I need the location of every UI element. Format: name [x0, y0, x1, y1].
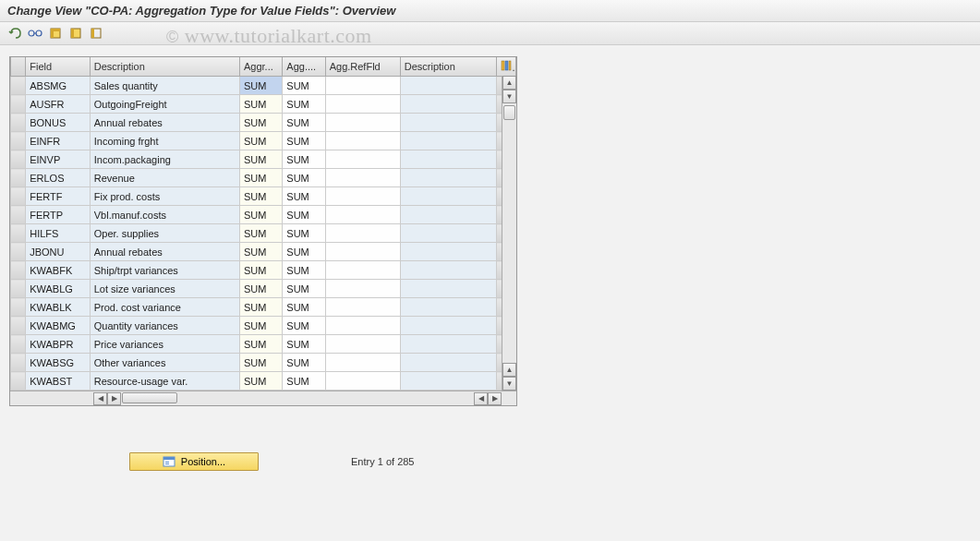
row-selector[interactable]	[11, 298, 26, 317]
cell-aggref[interactable]	[325, 280, 400, 298]
cell-aggr1[interactable]: SUM	[239, 77, 282, 95]
row-selector[interactable]	[11, 317, 26, 335]
cell-aggr2[interactable]: SUM	[283, 169, 325, 187]
table-row[interactable]: KWABPRPrice variancesSUMSUM	[11, 335, 516, 354]
row-selector[interactable]	[11, 372, 26, 391]
select-block-button[interactable]	[67, 25, 85, 42]
cell-aggr1[interactable]: SUM	[239, 243, 282, 261]
table-row[interactable]: KWABSTResource-usage var.SUMSUM	[11, 372, 516, 391]
table-row[interactable]: KWABFKShip/trpt variancesSUMSUM	[11, 261, 516, 280]
cell-aggr2[interactable]: SUM	[283, 132, 325, 150]
table-row[interactable]: KWABLGLot size variancesSUMSUM	[11, 280, 516, 298]
hscroll-right2-button[interactable]: ▶	[488, 392, 502, 405]
table-row[interactable]: KWABMGQuantity variancesSUMSUM	[11, 317, 516, 335]
col-header-aggref[interactable]: Agg.RefFld	[325, 57, 400, 77]
row-selector[interactable]	[11, 95, 26, 114]
table-row[interactable]: FERTFFix prod. costsSUMSUM	[11, 187, 516, 206]
table-row[interactable]: HILFSOper. suppliesSUMSUM	[11, 224, 516, 243]
undo-button[interactable]	[6, 25, 24, 42]
vertical-scrollbar[interactable]: ▲ ▼ ▲ ▼	[502, 76, 516, 391]
cell-aggr2[interactable]: SUM	[283, 261, 325, 280]
cell-aggr2[interactable]: SUM	[283, 77, 325, 95]
table-row[interactable]: KWABLKProd. cost varianceSUMSUM	[11, 298, 516, 317]
col-header-field[interactable]: Field	[26, 57, 91, 77]
cell-aggref[interactable]	[325, 187, 400, 206]
col-header-aggr2[interactable]: Agg....	[283, 57, 325, 77]
row-selector[interactable]	[11, 132, 26, 150]
cell-aggref[interactable]	[325, 206, 400, 224]
table-row[interactable]: ABSMGSales quantitySUMSUM	[11, 77, 516, 95]
cell-aggr1[interactable]: SUM	[239, 298, 282, 317]
table-row[interactable]: KWABSGOther variancesSUMSUM	[11, 354, 516, 372]
cell-aggr1[interactable]: SUM	[239, 187, 282, 206]
row-selector[interactable]	[11, 224, 26, 243]
table-settings-button[interactable]	[497, 57, 516, 77]
cell-aggr1[interactable]: SUM	[239, 132, 282, 150]
row-selector[interactable]	[11, 243, 26, 261]
hscroll-left-button[interactable]: ◀	[93, 392, 107, 405]
cell-aggref[interactable]	[325, 243, 400, 261]
horizontal-scrollbar[interactable]: ◀ ▶ ◀ ▶	[10, 391, 516, 405]
col-header-desc[interactable]: Description	[90, 57, 239, 77]
cell-aggref[interactable]	[325, 150, 400, 169]
cell-aggr2[interactable]: SUM	[283, 280, 325, 298]
row-selector[interactable]	[11, 169, 26, 187]
table-row[interactable]: ERLOSRevenueSUMSUM	[11, 169, 516, 187]
cell-aggref[interactable]	[325, 132, 400, 150]
scroll-down2-button[interactable]: ▼	[502, 377, 516, 391]
hscroll-thumb[interactable]	[122, 392, 177, 403]
row-selector[interactable]	[11, 187, 26, 206]
cell-aggref[interactable]	[325, 298, 400, 317]
cell-aggr1[interactable]: SUM	[239, 372, 282, 391]
col-header-desc2[interactable]: Description	[400, 57, 496, 77]
cell-aggref[interactable]	[325, 224, 400, 243]
cell-aggr1[interactable]: SUM	[239, 150, 282, 169]
table-row[interactable]: EINVPIncom.packagingSUMSUM	[11, 150, 516, 169]
cell-aggr1[interactable]: SUM	[239, 354, 282, 372]
row-selector[interactable]	[11, 77, 26, 95]
cell-aggr2[interactable]: SUM	[283, 206, 325, 224]
scroll-down-button[interactable]: ▼	[502, 90, 516, 103]
cell-aggref[interactable]	[325, 261, 400, 280]
row-selector[interactable]	[11, 261, 26, 280]
cell-aggr2[interactable]: SUM	[283, 95, 325, 114]
cell-aggr2[interactable]: SUM	[283, 335, 325, 354]
cell-aggr2[interactable]: SUM	[283, 114, 325, 132]
table-row[interactable]: BONUSAnnual rebatesSUMSUM	[11, 114, 516, 132]
cell-aggr1[interactable]: SUM	[239, 114, 282, 132]
cell-aggr1[interactable]: SUM	[239, 224, 282, 243]
cell-aggref[interactable]	[325, 114, 400, 132]
select-all-button[interactable]	[46, 25, 65, 42]
row-selector[interactable]	[11, 280, 26, 298]
scroll-up2-button[interactable]: ▲	[502, 363, 516, 377]
cell-aggref[interactable]	[325, 317, 400, 335]
cell-aggr2[interactable]: SUM	[283, 187, 325, 206]
hscroll-right-button[interactable]: ▶	[107, 392, 121, 405]
cell-aggr2[interactable]: SUM	[283, 372, 325, 391]
row-selector[interactable]	[11, 206, 26, 224]
cell-aggr1[interactable]: SUM	[239, 280, 282, 298]
display-change-button[interactable]	[26, 25, 44, 42]
cell-aggr2[interactable]: SUM	[283, 243, 325, 261]
table-row[interactable]: FERTPVbl.manuf.costsSUMSUM	[11, 206, 516, 224]
cell-aggr1[interactable]: SUM	[239, 95, 282, 114]
row-selector[interactable]	[11, 114, 26, 132]
position-button[interactable]: Position...	[129, 452, 259, 471]
table-row[interactable]: JBONUAnnual rebatesSUMSUM	[11, 243, 516, 261]
cell-aggr2[interactable]: SUM	[283, 298, 325, 317]
header-selector[interactable]	[11, 57, 26, 77]
cell-aggref[interactable]	[325, 372, 400, 391]
col-header-aggr1[interactable]: Aggr...	[239, 57, 282, 77]
cell-aggr1[interactable]: SUM	[239, 169, 282, 187]
table-row[interactable]: EINFRIncoming frghtSUMSUM	[11, 132, 516, 150]
scroll-thumb[interactable]	[503, 105, 515, 120]
scroll-up-button[interactable]: ▲	[502, 76, 516, 90]
cell-aggr2[interactable]: SUM	[283, 150, 325, 169]
cell-aggr1[interactable]: SUM	[239, 335, 282, 354]
cell-aggref[interactable]	[325, 95, 400, 114]
cell-aggr1[interactable]: SUM	[239, 261, 282, 280]
cell-aggr2[interactable]: SUM	[283, 224, 325, 243]
cell-aggref[interactable]	[325, 77, 400, 95]
cell-aggr2[interactable]: SUM	[283, 317, 325, 335]
row-selector[interactable]	[11, 335, 26, 354]
